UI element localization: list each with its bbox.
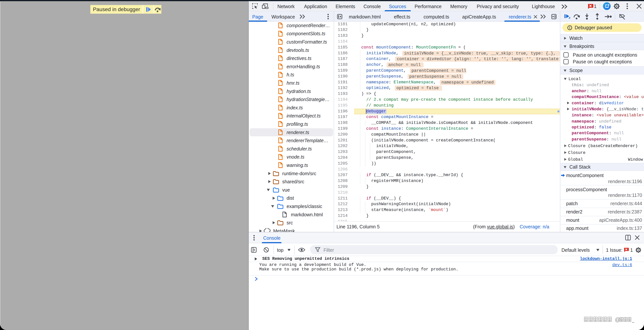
- svg-text:@: @: [615, 316, 620, 323]
